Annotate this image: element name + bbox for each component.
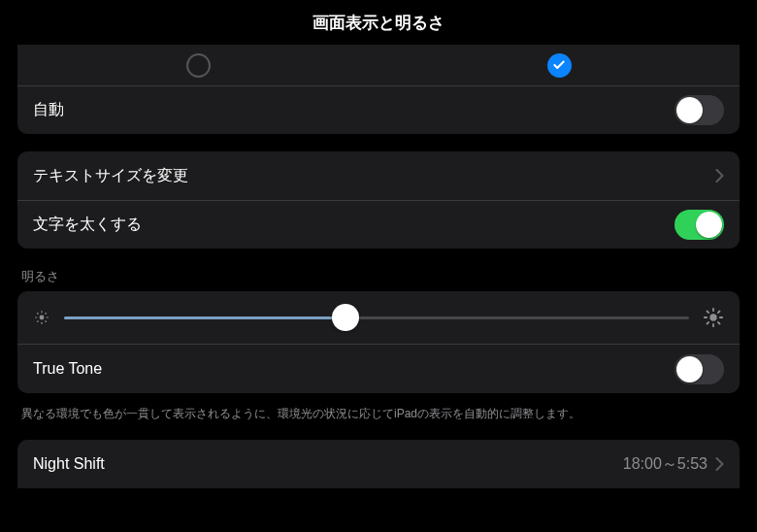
true-tone-toggle[interactable] xyxy=(675,354,724,384)
chevron-right-icon xyxy=(715,457,724,471)
brightness-slider[interactable] xyxy=(64,316,689,319)
bold-text-label: 文字を太くする xyxy=(33,215,675,235)
night-shift-label: Night Shift xyxy=(33,455,623,473)
auto-toggle[interactable] xyxy=(675,95,724,125)
check-icon xyxy=(552,58,566,72)
true-tone-label: True Tone xyxy=(33,360,675,378)
text-section: テキストサイズを変更 文字を太くする xyxy=(17,151,740,249)
auto-row: 自動 xyxy=(17,85,740,134)
svg-point-9 xyxy=(709,314,716,320)
svg-line-8 xyxy=(46,314,47,315)
appearance-section: 自動 xyxy=(17,45,740,134)
night-shift-section: Night Shift 18:00～5:53 xyxy=(17,440,740,488)
svg-line-7 xyxy=(38,321,39,322)
brightness-low-icon xyxy=(33,309,50,326)
svg-line-6 xyxy=(46,321,47,322)
bold-text-row: 文字を太くする xyxy=(17,200,740,249)
svg-line-17 xyxy=(718,311,720,313)
svg-line-16 xyxy=(707,322,708,324)
night-shift-detail: 18:00～5:53 xyxy=(623,454,708,475)
brightness-high-icon xyxy=(703,307,724,328)
svg-line-14 xyxy=(707,311,708,313)
text-size-row[interactable]: テキストサイズを変更 xyxy=(17,151,740,200)
svg-point-0 xyxy=(40,316,45,320)
page-title: 画面表示と明るさ xyxy=(313,12,444,34)
brightness-slider-row xyxy=(17,291,740,345)
appearance-selector-row xyxy=(17,45,740,85)
true-tone-row: True Tone xyxy=(17,345,740,393)
chevron-right-icon xyxy=(715,169,724,183)
night-shift-row[interactable]: Night Shift 18:00～5:53 xyxy=(17,440,740,488)
appearance-dark-radio[interactable] xyxy=(547,53,572,78)
brightness-slider-thumb[interactable] xyxy=(332,304,359,331)
brightness-section: True Tone xyxy=(17,291,740,393)
text-size-label: テキストサイズを変更 xyxy=(33,166,715,186)
appearance-light-radio[interactable] xyxy=(186,53,211,78)
brightness-header: 明るさ xyxy=(17,266,740,291)
bold-text-toggle[interactable] xyxy=(675,210,724,240)
svg-line-15 xyxy=(718,322,720,324)
true-tone-footer: 異なる環境でも色が一貫して表示されるように、環境光の状況に応じてiPadの表示を… xyxy=(17,399,740,422)
svg-line-5 xyxy=(38,314,39,315)
auto-label: 自動 xyxy=(33,100,675,120)
